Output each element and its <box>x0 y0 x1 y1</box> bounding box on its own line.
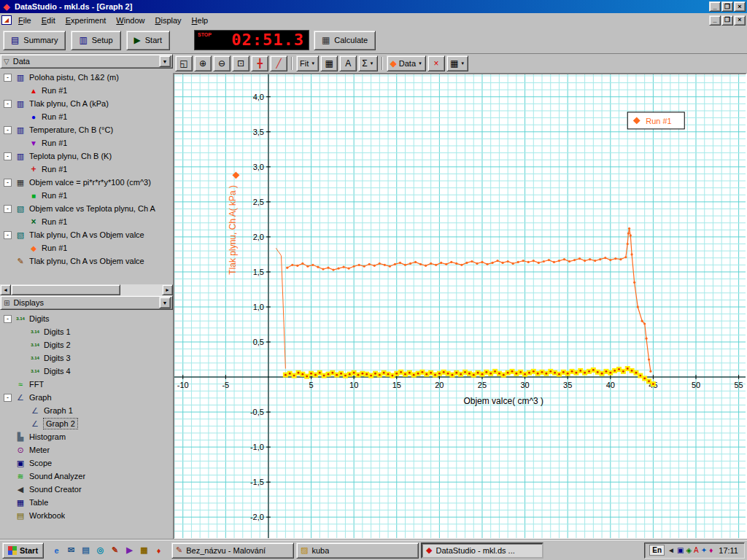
mdi-close-button[interactable]: × <box>734 15 746 26</box>
volume-icon[interactable]: ◄ <box>667 546 675 554</box>
display-item[interactable]: 3.14Digits 1 <box>0 325 173 338</box>
data-panel-header[interactable]: ▽ Data ▼ <box>0 54 173 69</box>
scrollbar-thumb[interactable] <box>11 284 120 295</box>
display-item[interactable]: 3.14Digits 4 <box>0 365 173 378</box>
data-run-item[interactable]: ▼Run #1 <box>0 136 173 149</box>
display-item[interactable]: ≋Sound Analyzer <box>0 470 173 483</box>
task-button[interactable]: ✎Bez_názvu - Malování <box>171 542 294 559</box>
data-item[interactable]: -▦Objem valce = pi*r*r*y*100 (cm^3) <box>0 176 173 189</box>
scroll-left-icon[interactable]: ◄ <box>0 284 11 295</box>
slope-tool-button[interactable]: ╱ <box>270 55 287 71</box>
display-item[interactable]: ▣Scope <box>0 456 173 470</box>
show-desktop-icon[interactable]: ▤ <box>80 544 92 556</box>
browser-icon[interactable]: ♦ <box>152 544 165 556</box>
menu-experiment[interactable]: Experiment <box>61 15 112 26</box>
text-annotation-button[interactable]: A <box>339 55 357 71</box>
expand-box-icon[interactable]: - <box>4 100 12 108</box>
menu-help[interactable]: Help <box>187 15 214 26</box>
expand-box-icon[interactable]: - <box>4 152 12 160</box>
display-item[interactable]: ◀Sound Creator <box>0 483 173 496</box>
channels-icon[interactable]: ◎ <box>94 544 107 556</box>
data-run-item[interactable]: ×Run #1 <box>0 215 173 228</box>
messenger-icon[interactable]: ✦ <box>701 546 707 554</box>
smart-tool-button[interactable]: ╋ <box>251 55 268 71</box>
display-item[interactable]: ⊙Meter <box>0 443 173 456</box>
pcsuite-icon[interactable]: ♦ <box>709 546 713 554</box>
display-item[interactable]: ≈FFT <box>0 378 173 391</box>
display-item-selected[interactable]: ∠Graph 2 <box>0 417 173 430</box>
media-player-icon[interactable]: ▶ <box>123 544 136 556</box>
data-item[interactable]: -▥Poloha pistu, Ch 1&2 (m) <box>0 71 173 84</box>
scrollbar-track[interactable] <box>120 284 162 295</box>
outlook-icon[interactable]: ✉ <box>65 544 77 556</box>
display-item[interactable]: -∠Graph <box>0 391 173 404</box>
expand-box-icon[interactable]: - <box>4 394 12 402</box>
language-indicator[interactable]: En <box>649 545 665 556</box>
setup-button[interactable]: ▥ Setup <box>71 31 120 50</box>
statistics-menu-button[interactable]: Σ▼ <box>358 55 377 71</box>
maximize-button[interactable]: ❐ <box>721 1 733 12</box>
summary-button[interactable]: ▤ Summary <box>3 31 66 50</box>
minimize-button[interactable]: _ <box>709 1 721 12</box>
document-icon[interactable]: ◢ <box>1 15 12 25</box>
zoom-select-button[interactable]: ⊡ <box>232 55 249 71</box>
data-item[interactable]: -▥Temperature, Ch B (°C) <box>0 123 173 136</box>
data-run-item[interactable]: ▲Run #1 <box>0 84 173 97</box>
data-item[interactable]: -▧Tlak plynu, Ch A vs Objem valce <box>0 228 173 241</box>
expand-box-icon[interactable]: - <box>4 205 12 213</box>
fit-menu-button[interactable]: Fit▼ <box>296 55 319 71</box>
display-item[interactable]: 3.14Digits 2 <box>0 338 173 351</box>
display-item[interactable]: ▤Workbook <box>0 509 173 522</box>
antivirus-icon[interactable]: A <box>694 546 699 554</box>
data-run-item[interactable]: +Run #1 <box>0 163 173 176</box>
data-run-item[interactable]: ◆Run #1 <box>0 241 173 254</box>
display-item[interactable]: ∠Graph 1 <box>0 404 173 417</box>
data-run-item[interactable]: ■Run #1 <box>0 189 173 202</box>
scale-to-fit-button[interactable]: ◱ <box>175 55 193 71</box>
close-button[interactable]: × <box>734 1 746 12</box>
displays-panel-dropdown-arrow-icon[interactable]: ▼ <box>159 297 171 308</box>
delete-display-button[interactable]: × <box>427 55 445 71</box>
menu-display[interactable]: Display <box>150 15 187 26</box>
data-tree-hscrollbar[interactable]: ◄ ► <box>0 284 173 295</box>
display-item[interactable]: ▦Table <box>0 496 173 509</box>
expand-box-icon[interactable]: - <box>4 231 12 239</box>
display-item[interactable]: -3.14Digits <box>0 312 173 325</box>
menu-window[interactable]: Window <box>111 15 150 26</box>
task-button[interactable]: ▨kuba <box>296 542 419 559</box>
data-panel-dropdown-arrow-icon[interactable]: ▼ <box>159 55 171 67</box>
menu-file[interactable]: File <box>13 15 36 26</box>
mdi-restore-button[interactable]: ❐ <box>721 15 733 26</box>
calculate-button[interactable]: ▦ Calculate <box>314 31 376 50</box>
scroll-right-icon[interactable]: ► <box>162 284 173 295</box>
internet-explorer-icon[interactable]: e <box>50 544 63 556</box>
display-item[interactable]: ▙Histogram <box>0 430 173 443</box>
displays-panel-header[interactable]: ⊞ Displays ▼ <box>0 295 173 310</box>
windows-start-button[interactable]: Start <box>2 542 44 559</box>
display-settings-icon[interactable]: ▣ <box>677 546 684 554</box>
data-item[interactable]: -▥Teplota plynu, Ch B (K) <box>0 149 173 163</box>
expand-box-icon[interactable]: - <box>4 126 12 134</box>
menu-edit[interactable]: Edit <box>36 15 61 26</box>
graph-canvas[interactable]: -10-55101520253035404550554,03,53,02,52,… <box>174 74 746 538</box>
zoom-in-button[interactable]: ⊕ <box>194 55 212 71</box>
data-item[interactable]: -▥Tlak plynu, Ch A (kPa) <box>0 97 173 110</box>
expand-box-icon[interactable]: - <box>4 315 12 323</box>
data-item[interactable]: ✎Tlak plynu, Ch A vs Objem valce <box>0 254 173 268</box>
calculate-tool-button[interactable]: ▦ <box>320 55 338 71</box>
zoom-out-button[interactable]: ⊖ <box>213 55 231 71</box>
expand-box-icon[interactable]: - <box>4 179 12 187</box>
data-run-item[interactable]: ●Run #1 <box>0 110 173 123</box>
expand-box-icon[interactable]: - <box>4 74 12 82</box>
paint-icon[interactable]: ✎ <box>109 544 121 556</box>
scheduler-icon[interactable]: ◈ <box>686 546 692 554</box>
mdi-minimize-button[interactable]: _ <box>709 15 721 26</box>
start-button[interactable]: ▶ Start <box>126 31 170 50</box>
graph-settings-menu-button[interactable]: ▦▼ <box>446 55 468 71</box>
display-item[interactable]: 3.14Digits 3 <box>0 351 173 365</box>
data-item[interactable]: -▧Objem valce vs Teplota plynu, Ch A <box>0 202 173 215</box>
task-button[interactable]: ◆DataStudio - mkl.ds ... <box>421 542 543 559</box>
plot-area[interactable]: -10-55101520253035404550554,03,53,02,52,… <box>173 73 747 540</box>
notes-icon[interactable]: ▦ <box>138 544 150 556</box>
data-menu-button[interactable]: ◆Data▼ <box>387 55 426 71</box>
